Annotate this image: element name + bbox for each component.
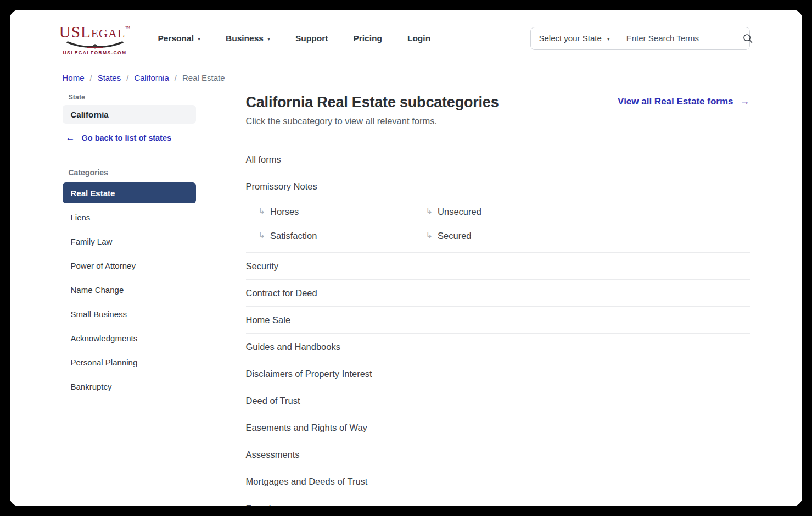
subcategory-child[interactable]: ↳ Unsecured xyxy=(426,206,481,218)
arrow-left-icon: ← xyxy=(66,132,75,143)
sidebar-item-name-change[interactable]: Name Change xyxy=(63,278,196,302)
trademark-symbol: ™ xyxy=(125,25,130,31)
nav-support[interactable]: Support xyxy=(295,34,328,43)
logo-wordmark: USLEGAL™ xyxy=(59,21,130,42)
subcategory-child[interactable]: ↳ Horses xyxy=(259,206,426,218)
sidebar-item-real-estate[interactable]: Real Estate xyxy=(63,182,196,203)
subcategory-row[interactable]: Disclaimers of Property Interest xyxy=(246,360,750,387)
nav-pricing[interactable]: Pricing xyxy=(353,34,382,43)
subcategory-row[interactable]: Home Sale xyxy=(246,307,750,334)
categories-label: Categories xyxy=(63,168,196,177)
logo-domain-text: USLEGALFORMS.COM xyxy=(63,50,127,56)
subcategory-child[interactable]: ↳ Satisfaction xyxy=(259,230,426,242)
view-all-forms-link[interactable]: View all Real Estate forms → xyxy=(618,96,749,107)
nav-label: Pricing xyxy=(353,34,382,43)
nav-label: Personal xyxy=(158,34,194,43)
search-bar: Select your State ▾ xyxy=(530,27,750,50)
view-all-label: View all Real Estate forms xyxy=(618,96,733,107)
breadcrumb-home[interactable]: Home xyxy=(63,73,85,82)
breadcrumb: Home / States / California / Real Estate xyxy=(63,73,750,82)
arrow-right-icon: → xyxy=(740,96,750,107)
sidebar-item-small-business[interactable]: Small Business xyxy=(63,302,196,326)
categories-list: Real Estate Liens Family Law Power of At… xyxy=(63,182,196,398)
main-nav: Personal ▾ Business ▾ Support Pricing Lo… xyxy=(158,34,431,43)
subcategory-children: ↳ Horses ↳ Unsecured ↳ Satisfaction xyxy=(246,206,750,245)
nav-label: Business xyxy=(226,34,264,43)
page: USLEGAL™ USLEGALFORMS.COM Personal ▾ Bus… xyxy=(10,10,802,506)
subcategory-row[interactable]: All forms xyxy=(246,146,750,173)
sidebar-item-acknowledgments[interactable]: Acknowledgments xyxy=(63,326,196,350)
state-label: State xyxy=(63,93,196,101)
sub-item-arrow-icon: ↳ xyxy=(259,205,266,217)
uslegal-logo[interactable]: USLEGAL™ USLEGALFORMS.COM xyxy=(63,21,127,56)
sidebar-item-liens[interactable]: Liens xyxy=(63,205,196,229)
state-value: California xyxy=(71,110,109,119)
sidebar-divider xyxy=(63,156,196,156)
site-header: USLEGAL™ USLEGALFORMS.COM Personal ▾ Bus… xyxy=(63,21,750,56)
breadcrumb-separator: / xyxy=(90,73,92,82)
breadcrumb-separator: / xyxy=(175,73,177,82)
nav-label: Login xyxy=(407,34,430,43)
subcategory-row[interactable]: Assessments xyxy=(246,441,750,468)
subcategory-row[interactable]: Guides and Handbooks xyxy=(246,334,750,360)
search-input[interactable] xyxy=(619,27,740,49)
chevron-down-icon: ▾ xyxy=(198,36,200,42)
sub-item-arrow-icon: ↳ xyxy=(259,229,266,241)
sidebar: State California ← Go back to list of st… xyxy=(63,93,196,506)
subcategory-row[interactable]: Foreclosures xyxy=(246,495,750,506)
state-selector-label: Select your State xyxy=(539,34,602,43)
back-to-states-link[interactable]: ← Go back to list of states xyxy=(63,132,196,143)
subcategory-row[interactable]: Mortgages and Deeds of Trust xyxy=(246,468,750,495)
page-title: California Real Estate subcategories xyxy=(246,93,499,112)
subcategory-list: All forms Promissory Notes ↳ Horses ↳ Un… xyxy=(246,146,750,506)
chevron-down-icon: ▾ xyxy=(607,36,610,42)
search-icon xyxy=(742,33,753,44)
chevron-down-icon: ▾ xyxy=(267,36,270,42)
sub-item-arrow-icon: ↳ xyxy=(426,205,433,217)
nav-personal[interactable]: Personal ▾ xyxy=(158,34,201,43)
subcategory-row[interactable]: Easements and Rights of Way xyxy=(246,414,750,441)
sidebar-item-family-law[interactable]: Family Law xyxy=(63,229,196,253)
subcategory-row[interactable]: Promissory Notes ↳ Horses ↳ Unsecured xyxy=(246,173,750,253)
breadcrumb-california[interactable]: California xyxy=(134,73,169,82)
sub-item-arrow-icon: ↳ xyxy=(426,229,433,241)
sidebar-item-power-of-attorney[interactable]: Power of Attorney xyxy=(63,253,196,278)
sidebar-item-bankruptcy[interactable]: Bankruptcy xyxy=(63,374,196,398)
breadcrumb-separator: / xyxy=(126,73,128,82)
subcategory-child[interactable]: ↳ Secured xyxy=(426,230,481,242)
state-selector-dropdown[interactable]: Select your State ▾ xyxy=(531,27,619,49)
subcategory-row[interactable]: Deed of Trust xyxy=(246,387,750,414)
subcategory-row[interactable]: Security xyxy=(246,253,750,280)
sidebar-item-personal-planning[interactable]: Personal Planning xyxy=(63,350,196,374)
search-button[interactable] xyxy=(740,33,761,44)
page-subtitle: Click the subcategory to view all releva… xyxy=(246,116,750,126)
nav-business[interactable]: Business ▾ xyxy=(226,34,270,43)
breadcrumb-current: Real Estate xyxy=(182,73,225,82)
state-value-box: California xyxy=(63,105,196,124)
nav-login[interactable]: Login xyxy=(407,34,430,43)
breadcrumb-states[interactable]: States xyxy=(98,73,121,82)
eagle-icon xyxy=(66,41,124,49)
back-link-label: Go back to list of states xyxy=(82,134,172,142)
main-content: California Real Estate subcategories Vie… xyxy=(246,93,750,506)
nav-label: Support xyxy=(295,34,328,43)
subcategory-row[interactable]: Contract for Deed xyxy=(246,280,750,307)
